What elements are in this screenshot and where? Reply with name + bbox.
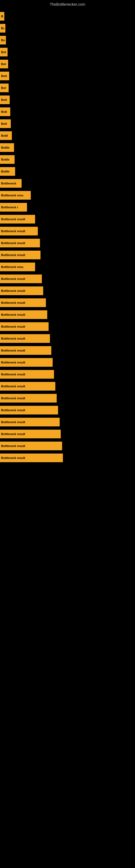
bar-label: Bottleneck result (1, 408, 25, 412)
bar: Bottleneck result (0, 322, 49, 331)
bar-row: Bo (0, 22, 135, 34)
bar-label: Bottleneck result (1, 229, 25, 233)
bar-row: Bottleneck result (0, 237, 135, 249)
bar-row: Bot (0, 46, 135, 58)
bar: Bo (0, 36, 6, 44)
bar-row: Bottleneck result (0, 285, 135, 297)
bar-row: Bottleneck result (0, 404, 135, 416)
bar: Bot (0, 60, 8, 68)
bar-label: Bottleneck result (1, 253, 25, 257)
bar-label: Bottleneck result (1, 373, 25, 376)
bar: Bottleneck resu (0, 191, 31, 199)
bar-label: Bottleneck resu (1, 194, 24, 197)
bar: Bottl (0, 131, 12, 140)
bar: Bottleneck result (0, 310, 47, 319)
site-title: TheBottlenecker.com (0, 0, 135, 8)
bar-label: Bottleneck resu (1, 265, 24, 269)
bar: Bottleneck resu (0, 262, 35, 271)
bar-label: Bottleneck result (1, 277, 25, 280)
bar: Bott (0, 72, 9, 80)
bar-label: Bo (1, 38, 5, 42)
bar: B (0, 12, 4, 21)
bar-label: Bottleneck r (1, 206, 18, 209)
bar-row: Bottleneck result (0, 428, 135, 440)
bar-label: Bottleneck result (1, 301, 25, 304)
bar: Bottleneck result (0, 442, 62, 450)
bar: Bot (0, 48, 8, 56)
bar-row: Bottleneck result (0, 392, 135, 404)
bar-row: Bottleneck result (0, 440, 135, 452)
bar-row: Bottleneck result (0, 321, 135, 333)
bar-label: Bottleneck result (1, 337, 25, 340)
bar-label: Bott (1, 98, 7, 101)
bar: Bottleneck result (0, 394, 57, 403)
bar-label: Bot (1, 86, 6, 90)
bar: Bottleneck result (0, 215, 35, 223)
bar-row: Bottleneck (0, 177, 135, 189)
bar: Bottleneck result (0, 454, 63, 462)
bar-label: Bottleneck result (1, 218, 25, 221)
bar-label: B (1, 14, 3, 18)
bar-row: Bottleneck result (0, 380, 135, 392)
bar-row: Bottleneck result (0, 356, 135, 368)
bar-row: Bot (0, 82, 135, 94)
bar: Bottle (0, 155, 14, 164)
bar-label: Bottleneck result (1, 349, 25, 352)
bar: Bott (0, 119, 11, 128)
bar-label: Bottle (1, 158, 9, 161)
bar: Bottleneck result (0, 418, 60, 426)
bar: Bottleneck result (0, 275, 42, 283)
bar: Bot (0, 84, 9, 92)
bar-row: Bottle (0, 165, 135, 177)
bar-label: Bott (1, 74, 7, 78)
bar-label: Bottleneck (1, 182, 16, 185)
bar: Bottleneck result (0, 227, 38, 236)
bar-label: Bottleneck result (1, 361, 25, 364)
bar-row: Bottleneck result (0, 225, 135, 237)
bar: Bott (0, 107, 10, 116)
bar-label: Bottleneck result (1, 397, 25, 400)
bar-row: B (0, 10, 135, 22)
bar: Bottle (0, 167, 15, 176)
bar: Bottleneck result (0, 370, 54, 379)
bar-label: Bott (1, 110, 7, 113)
bar: Bottleneck result (0, 382, 55, 391)
bar-label: Bottleneck result (1, 289, 25, 292)
bar-row: Bott (0, 118, 135, 130)
bar-label: Bottleneck result (1, 421, 25, 424)
bar-label: Bott (1, 122, 7, 125)
bar-label: Bot (1, 62, 6, 66)
bar-row: Bottle (0, 142, 135, 154)
bar-row: Bottleneck result (0, 368, 135, 380)
bar-row: Bottleneck result (0, 416, 135, 428)
bar-label: Bottl (1, 134, 8, 137)
bar-row: Bottl (0, 130, 135, 142)
bar: Bottleneck result (0, 299, 46, 307)
bar-label: Bottleneck result (1, 432, 25, 436)
bar-row: Bot (0, 58, 135, 70)
bar: Bottleneck result (0, 358, 53, 367)
bar-label: Bot (1, 51, 6, 54)
bar-row: Bottleneck result (0, 309, 135, 321)
bar-row: Bottleneck r (0, 201, 135, 213)
bar-row: Bottleneck result (0, 273, 135, 285)
bar-row: Bottle (0, 154, 135, 165)
bar-row: Bottleneck result (0, 213, 135, 225)
bar: Bottleneck (0, 179, 21, 188)
bar: Bottleneck result (0, 346, 51, 355)
bar: Bottle (0, 143, 14, 152)
bar-label: Bottleneck result (1, 241, 25, 245)
bar-row: Bottleneck result (0, 344, 135, 356)
bar-row: Bottleneck resu (0, 261, 135, 273)
bar: Bott (0, 95, 10, 104)
bar-row: Bott (0, 106, 135, 118)
bar-label: Bottleneck result (1, 444, 25, 447)
bar-row: Bottleneck result (0, 297, 135, 309)
bar: Bo (0, 24, 5, 33)
bar: Bottleneck result (0, 430, 61, 438)
bar: Bottleneck r (0, 203, 27, 212)
bar-row: Bottleneck result (0, 452, 135, 464)
bar-label: Bottle (1, 170, 9, 173)
bar-label: Bottleneck result (1, 313, 25, 316)
bar-label: Bottleneck result (1, 325, 25, 328)
